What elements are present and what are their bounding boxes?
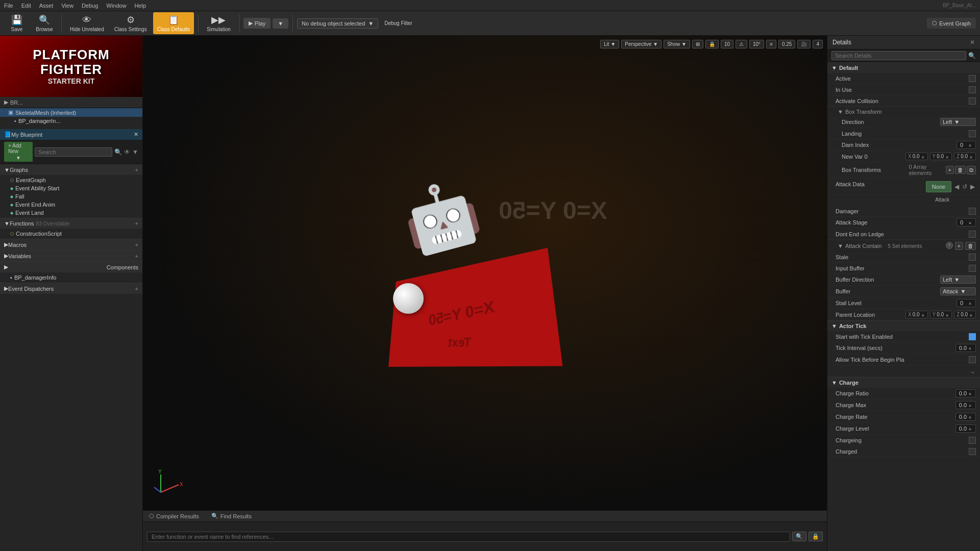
attack-data-reset-button[interactable]: ↺ xyxy=(961,183,968,191)
blueprint-search-input[interactable] xyxy=(35,147,112,157)
add-variable-button[interactable]: + xyxy=(135,253,138,259)
filter-icon[interactable]: ▼ xyxy=(132,148,138,156)
menu-view[interactable]: View xyxy=(61,3,74,9)
event-land-item[interactable]: ◆ Event Land xyxy=(0,209,142,217)
viewport-cam-btn[interactable]: 🎥 xyxy=(797,40,811,48)
viewport-perspective-button[interactable]: Perspective ▼ xyxy=(621,40,662,48)
charge-section-header[interactable]: ▼ Charge xyxy=(827,377,980,388)
landing-checkbox[interactable] xyxy=(969,130,976,137)
attack-data-next-button[interactable]: ▶ xyxy=(969,183,976,191)
z-spin-icon[interactable]: ▲ xyxy=(969,154,973,159)
charge-level-field[interactable]: 0.0 ▲ xyxy=(955,424,976,433)
debug-object-selector[interactable]: No debug object selected ▼ xyxy=(297,18,378,29)
help-button[interactable]: ? xyxy=(946,242,953,249)
viewport-lit-button[interactable]: Lit ▼ xyxy=(600,40,619,48)
charge-max-spin-icon[interactable]: ▲ xyxy=(968,403,972,408)
tree-item-skeletal-mesh[interactable]: ▣ SkeletalMesh (Inherited) xyxy=(0,108,142,117)
chargeing-checkbox[interactable] xyxy=(969,437,976,444)
compiler-results-tab[interactable]: ⬡ Compiler Results xyxy=(143,511,205,521)
find-search-button[interactable]: 🔍 xyxy=(792,532,806,541)
construction-script-item[interactable]: ⬡ ConstructionScript xyxy=(0,230,142,238)
y-spin-icon[interactable]: ▲ xyxy=(945,154,949,159)
details-close-button[interactable]: ✕ xyxy=(970,39,975,46)
charge-level-spin-icon[interactable]: ▲ xyxy=(968,426,972,431)
fall-item[interactable]: ◆ Fall xyxy=(0,192,142,201)
graphs-header[interactable]: ▼ Graphs + xyxy=(0,165,142,175)
charge-rate-spin-icon[interactable]: ▲ xyxy=(968,414,972,419)
menu-window[interactable]: Window xyxy=(106,3,126,9)
class-defaults-button[interactable]: 📋 Class Defaults xyxy=(153,12,194,34)
duplicate-array-button[interactable]: ⧉ xyxy=(967,166,976,174)
stale-checkbox[interactable] xyxy=(969,254,976,261)
variables-header[interactable]: ▶ Variables + xyxy=(0,251,142,261)
ply-spin-icon[interactable]: ▲ xyxy=(945,312,949,317)
menu-asset[interactable]: Asset xyxy=(39,3,54,9)
menu-edit[interactable]: Edit xyxy=(21,3,31,9)
viewport-4-btn[interactable]: 4 xyxy=(813,40,823,48)
tick-spin-icon[interactable]: ▲ xyxy=(968,345,972,350)
actor-tick-header[interactable]: ▼ Actor Tick xyxy=(827,320,980,331)
play-button[interactable]: ▶ Play xyxy=(243,18,271,29)
class-settings-button[interactable]: ⚙ Class Settings xyxy=(110,12,151,34)
add-graph-button[interactable]: + xyxy=(135,167,138,173)
damager-checkbox[interactable] xyxy=(969,208,976,215)
charge-rate-field[interactable]: 0.0 ▲ xyxy=(955,413,976,421)
functions-header[interactable]: ▼ Functions 83 Overridable + xyxy=(0,218,142,229)
attack-stage-spin-icon[interactable]: ▲ xyxy=(968,220,972,225)
viewport[interactable]: 🤖 X=0 Y=50 Text X=0 Y=50 X Y xyxy=(143,36,827,510)
input-buffer-checkbox[interactable] xyxy=(969,265,976,272)
find-lock-button[interactable]: 🔒 xyxy=(808,532,823,541)
parent-loc-x-field[interactable]: X 0.0 ▲ xyxy=(905,311,928,318)
attack-data-prev-button[interactable]: ◀ xyxy=(953,183,960,191)
activate-collision-checkbox[interactable] xyxy=(969,97,976,105)
menu-debug[interactable]: Debug xyxy=(82,3,98,9)
buffer-direction-dropdown[interactable]: Left ▼ xyxy=(940,276,976,284)
charge-ratio-field[interactable]: 0.0 ▲ xyxy=(955,389,976,397)
dont-end-ledge-checkbox[interactable] xyxy=(969,231,976,238)
menu-help[interactable]: Help xyxy=(134,3,146,9)
stail-level-field[interactable]: 0 ▲ xyxy=(957,299,976,307)
box-transform-header[interactable]: ▼ Box Transform xyxy=(827,107,980,116)
plx-spin-icon[interactable]: ▲ xyxy=(921,312,925,317)
x-spin-icon[interactable]: ▲ xyxy=(921,154,925,159)
spin-up-icon[interactable]: ▲ xyxy=(968,142,972,147)
direction-dropdown[interactable]: Left ▼ xyxy=(940,118,976,126)
viewport-num-10[interactable]: 10 xyxy=(721,40,733,48)
browse-button[interactable]: 🔍 Browse xyxy=(32,12,57,34)
macros-header[interactable]: ▶ Macros + xyxy=(0,239,142,250)
bp-damager-info-item[interactable]: ▪ BP_damagerInfo xyxy=(0,273,142,282)
parent-loc-z-field[interactable]: Z 0.0 ▲ xyxy=(954,311,976,318)
plz-spin-icon[interactable]: ▲ xyxy=(969,312,973,317)
add-new-button[interactable]: + Add New ▼ xyxy=(4,142,33,162)
active-checkbox[interactable] xyxy=(969,75,976,82)
clear-array-button[interactable]: 🗑 xyxy=(955,166,966,174)
viewport-025-btn[interactable]: 0.25 xyxy=(778,40,795,48)
in-use-checkbox[interactable] xyxy=(969,86,976,93)
parent-loc-y-field[interactable]: Y 0.0 ▲ xyxy=(930,311,952,318)
find-references-input[interactable] xyxy=(147,532,790,542)
viewport-grid-button[interactable]: ⊞ xyxy=(692,40,703,48)
components-header[interactable]: ▶ Components xyxy=(0,262,142,272)
tree-item-bp-damager[interactable]: ▪ BP_damagerIn... xyxy=(0,117,142,125)
stail-spin-icon[interactable]: ▲ xyxy=(968,300,972,306)
charged-checkbox[interactable] xyxy=(969,448,976,455)
event-dispatchers-header[interactable]: ▶ Event Dispatchers + xyxy=(0,283,142,294)
buffer-dropdown[interactable]: Attack ▼ xyxy=(940,287,976,295)
add-macro-button[interactable]: + xyxy=(135,242,138,248)
add-dispatcher-button[interactable]: + xyxy=(135,286,138,292)
menu-file[interactable]: File xyxy=(4,3,13,9)
attack-contain-header[interactable]: ▼ Attack Contain 5 Set elements ? + 🗑 xyxy=(827,240,980,252)
simulation-button[interactable]: ▶▶ Simulation xyxy=(203,12,235,34)
viewport-show-button[interactable]: Show ▼ xyxy=(664,40,690,48)
default-section-header[interactable]: ▼ Default xyxy=(827,62,980,73)
my-blueprint-header[interactable]: 📘 My Blueprint ✕ xyxy=(0,129,142,140)
event-end-anim-item[interactable]: ◆ Event End Anim xyxy=(0,201,142,209)
add-array-element-button[interactable]: + xyxy=(946,166,954,174)
play-dropdown[interactable]: ▼ xyxy=(273,18,288,29)
debug-filter-button[interactable]: Debug Filter xyxy=(380,18,416,28)
close-icon[interactable]: ✕ xyxy=(134,131,138,138)
charge-ratio-spin-icon[interactable]: ▲ xyxy=(968,391,972,396)
new-var-0-x-field[interactable]: X 0.0 ▲ xyxy=(905,153,928,160)
details-search-input[interactable] xyxy=(831,51,966,60)
save-button[interactable]: 💾 Save xyxy=(4,12,30,34)
